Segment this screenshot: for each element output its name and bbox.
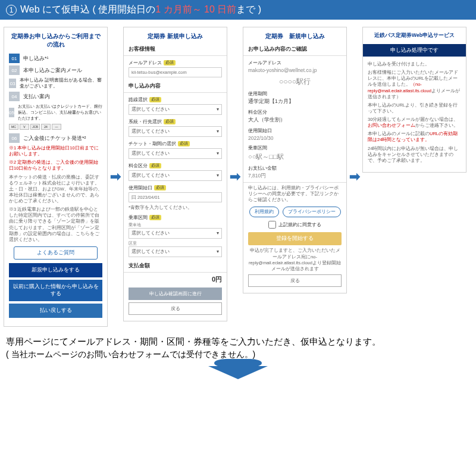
lbl-fare: 料金区分 (248, 109, 267, 115)
lbl-email: メールアドレス (248, 60, 281, 66)
header-pre: Web にて仮申込 ( 使用開始日の (20, 4, 155, 16)
note-red: ※2 定期券の発送は、ご入金後の使用開始日10日前からとなります。 (9, 160, 98, 171)
lbl-board: 乗車区間 (129, 214, 148, 221)
msg-line: 本申し込みのURLより、引き続き登録を行って下さい。 (368, 102, 461, 114)
lbl-start: 使用開始日 (129, 185, 152, 191)
prev-apply-button[interactable]: 以前に購入した情報から申し込みをする (9, 280, 102, 301)
panel-form: 定期券 新規申し込み お客様情報 メールアドレス必須 申し込み内容 路線選択必須… (123, 27, 227, 321)
lbl-email: メールアドレス (129, 60, 162, 66)
lbl-fare: 料金区分 (129, 162, 148, 169)
agree-label: 上記規約に同意する (278, 221, 321, 228)
route-select[interactable]: 選択してください (129, 104, 222, 115)
step-label: 本申し込み 証明書提出がある場合、審査がございます。 (20, 77, 102, 89)
required-badge: 必須 (164, 119, 176, 124)
lbl-pay: お支払い金額 (248, 165, 277, 171)
footer-main: 専用ページにてメールアドレス・期間・区間・券種等をご入力いただき、仮申込となりま… (0, 332, 476, 350)
panel1-title: 定期券お申し込みからご利用までの流れ (9, 32, 102, 49)
startdate-input[interactable] (129, 192, 222, 202)
step-num: 06 (9, 133, 20, 143)
panel3-title: 定期券 新規申し込み (248, 32, 342, 40)
panel-processing: 近鉄バス定期券Web申込サービス 申し込み処理中です 申し込みを受け付けました。… (362, 27, 466, 173)
agree-note: 申し込みには、利用規約・プライバシーポリシーへの同意が必要です。下記リンクからご… (248, 185, 342, 203)
step-label: 本申し込みご案内メール (23, 67, 82, 74)
terms-link[interactable]: 利用規約 (249, 207, 279, 217)
msg-line: 30分経過してもメールが届かない場合は、お問い合わせフォームからご連絡下さい。 (368, 117, 461, 129)
val-fare: 大人（学生割） (248, 117, 342, 124)
back-button[interactable]: 戻る (129, 302, 222, 315)
refund-button[interactable]: 払い戻しする (9, 304, 102, 318)
val-period: 通学定期【1カ月】 (248, 98, 342, 105)
note: ※3 近鉄電車および一部の鉄道駅を中心とした特定区間内では、すべての停留所で自由… (9, 207, 102, 243)
sec-amount: 支払金額 (129, 262, 222, 270)
step-label: 申し込み*¹ (23, 55, 49, 62)
start-note: *青数字を入力してください。 (129, 205, 222, 211)
register-button[interactable]: 登録を開始する (248, 232, 342, 245)
privacy-link[interactable]: プライバシーポリシー (283, 207, 341, 217)
arrow-icon: ➡ (230, 169, 240, 185)
lbl-line: 系統・行先選択 (129, 118, 162, 125)
lbl-period: 使用期間 (248, 90, 267, 97)
step-number: 1 (6, 5, 17, 15)
step-label: お支払い お支払いはクレジットカード、銀行振込、コンビニ払い、支払秘書からお選び… (18, 104, 102, 121)
step-label: 支払い案内 (23, 93, 50, 101)
required-badge: 必須 (149, 215, 161, 220)
fare-select[interactable]: 選択してください (129, 170, 222, 181)
new-apply-button[interactable]: 新規申し込みをする (9, 263, 102, 277)
panel-confirm: 定期券 新規申し込み お申し込み内容のご確認 メールアドレス makoto-yo… (243, 27, 347, 293)
lbl-ticket: チケット・期間の選択 (129, 140, 176, 147)
sub-board: 乗車地 (129, 222, 222, 228)
required-badge: 必須 (178, 141, 190, 146)
ticket-select[interactable]: 選択してください (129, 148, 222, 159)
step-num: 02 (9, 65, 20, 75)
amount-value: 0円 (129, 275, 222, 284)
required-badge: 必須 (164, 60, 176, 65)
agree-checkbox[interactable] (268, 221, 276, 229)
header-post: まで ) (236, 4, 261, 16)
msg-line: 申し込みを受け付けました。 (368, 61, 461, 67)
processing-band: 申し込み処理中です (363, 44, 466, 57)
required-badge: 必須 (149, 163, 161, 168)
msg-line: お客様情報にご入力いただいたメールアドレスに、本申し込みのURLを記載したメール… (368, 70, 461, 100)
confirm-button[interactable]: 申し込み確認画面に進行 (129, 288, 222, 300)
faq-button[interactable]: よくあるご質問 (14, 246, 98, 260)
val-pay: 7,810円 (248, 173, 342, 180)
back-button[interactable]: 戻る (248, 274, 342, 287)
panel2-title: 定期券 新規申し込み (129, 32, 222, 40)
step-num: 05 (9, 108, 14, 117)
done-note: 申込が完了しますと、ご入力いただいたメールアドレス宛にno-reply@mail… (248, 248, 342, 272)
val-section: ○○駅～□□駅 (248, 152, 342, 161)
step-label: ご入金後にチケット発送*² (23, 135, 86, 142)
destination: ○○○○駅行 (248, 77, 342, 87)
val-email: makoto-yoshino@wellnet.co.jp (248, 67, 342, 73)
sub-drop: 区里 (129, 240, 222, 246)
sec-content: 申し込み内容 (129, 82, 222, 90)
panel-flow: 定期券お申し込みからご利用までの流れ 01申し込み*¹ 02本申し込みご案内メー… (4, 27, 108, 327)
lbl-section: 乗車区間 (248, 145, 267, 151)
step-num: 03 (9, 79, 16, 88)
drop-select[interactable]: 選択してください (129, 246, 222, 257)
step-num: 01 (9, 54, 20, 63)
msg-line: 本申し込みのメールに記載のURLの有効期限は24時間となっています。 (368, 131, 461, 143)
sec-customer: お客様情報 (129, 45, 222, 53)
note-red: ※1 本申し込みは使用開始日10日前までにお願いします。 (9, 145, 99, 157)
msg-line: 24時間以内にお申込みが無い場合は、申し込みをキャンセルさせていただきますので、… (368, 146, 461, 164)
arrow-icon: ➡ (110, 169, 121, 185)
panel4-svc: 近鉄バス定期券Web申込サービス (368, 32, 461, 39)
lbl-route: 路線選択 (129, 96, 148, 103)
lbl-start: 使用開始日 (248, 127, 272, 134)
board-select[interactable]: 選択してください (129, 228, 222, 239)
screenshot-row: 定期券お申し込みからご利用までの流れ 01申し込み*¹ 02本申し込みご案内メー… (0, 20, 476, 332)
note: 本チケットの発送・払戻の業務は、委託するウェルネット株式会社により行います。 土… (9, 174, 102, 205)
val-start: 2022/10/30 (248, 135, 342, 141)
step-header: 1 Web にて仮申込 ( 使用開始日の 1 カ月前～ 10 日前 まで ) (0, 0, 476, 20)
header-red: 1 カ月前～ 10 日前 (155, 4, 236, 16)
arrow-icon: ➡ (349, 169, 360, 185)
required-badge: 必須 (149, 97, 161, 102)
email-input[interactable] (129, 67, 222, 77)
sec-confirm: お申し込み内容のご確認 (248, 45, 342, 53)
step-num: 04 (9, 92, 20, 101)
down-arrow-shape (208, 366, 268, 379)
line-select[interactable]: 選択してください (129, 126, 222, 137)
required-badge: 必須 (154, 185, 166, 190)
card-logos: MCVJCB24— (9, 124, 102, 130)
